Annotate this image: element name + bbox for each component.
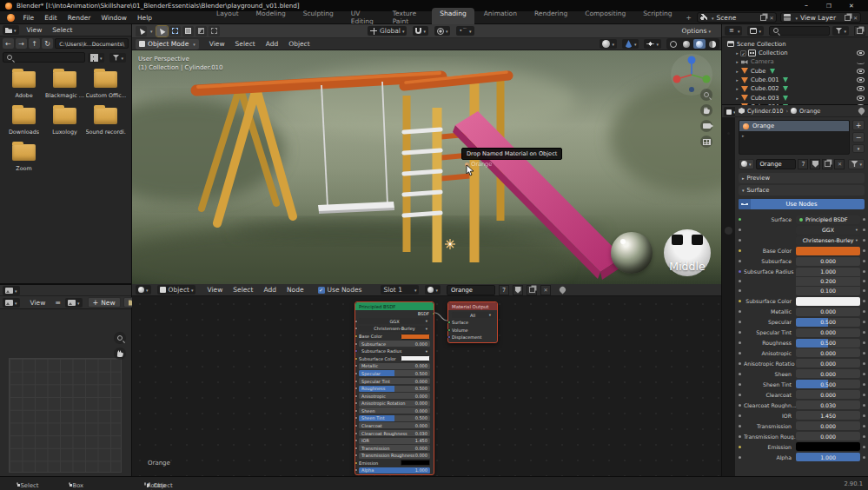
use-nodes-button[interactable]: Use Nodes bbox=[739, 199, 865, 209]
unlink-scene-icon[interactable] bbox=[769, 14, 773, 22]
wireframe-shading-button[interactable] bbox=[667, 39, 679, 49]
camera-view-icon[interactable] bbox=[700, 120, 712, 132]
pin-icon[interactable] bbox=[559, 286, 567, 295]
animate-dot-icon[interactable] bbox=[863, 300, 865, 302]
menu-item[interactable]: Window bbox=[96, 14, 132, 22]
property-field[interactable]: 0.000 bbox=[796, 390, 860, 399]
proportional-editing-dropdown[interactable] bbox=[434, 26, 451, 36]
property-field[interactable]: 0.500 bbox=[796, 380, 860, 388]
viewport-canvas[interactable]: User Perspective (1) Collection | Cylind… bbox=[132, 50, 723, 284]
input-socket-icon[interactable] bbox=[354, 409, 358, 413]
node-input-row[interactable]: Volume bbox=[452, 327, 494, 333]
folder-item[interactable]: Adobe bbox=[3, 71, 44, 99]
editor-type-button[interactable] bbox=[3, 286, 20, 295]
property-field[interactable]: Christensen-Burley bbox=[796, 236, 860, 245]
property-field[interactable]: 0.000 bbox=[796, 359, 860, 368]
property-field[interactable]: 1.000 bbox=[796, 268, 860, 276]
input-socket-icon[interactable] bbox=[354, 334, 358, 338]
expand-caret-icon[interactable]: ▸ bbox=[734, 69, 740, 74]
folder-item[interactable]: Blackmagic ... bbox=[44, 71, 85, 99]
material-property-row[interactable]: Emission bbox=[735, 442, 866, 452]
menu-icon[interactable]: ≡ bbox=[53, 299, 63, 307]
input-socket-icon[interactable] bbox=[354, 387, 358, 390]
input-socket-icon[interactable] bbox=[354, 461, 358, 465]
node-input-row[interactable]: Metallic 0.000 bbox=[359, 363, 430, 369]
new-image-button[interactable]: New bbox=[88, 297, 121, 308]
property-field[interactable]: 1.450 bbox=[796, 411, 860, 420]
property-field[interactable]: 0.000 bbox=[796, 328, 860, 337]
property-field[interactable]: 0.000 bbox=[796, 369, 860, 378]
material-property-row[interactable]: 0.100 bbox=[735, 286, 866, 295]
outliner-search-input[interactable] bbox=[769, 26, 831, 36]
node-input-row[interactable]: Anisotropic 0.000 bbox=[359, 393, 430, 399]
outliner-item[interactable]: ▸ Cube bbox=[722, 67, 868, 76]
property-field[interactable]: GGX bbox=[796, 226, 860, 235]
node-canvas[interactable]: Principled BSDF BSDF GGX bbox=[132, 296, 723, 476]
mode-dropdown[interactable]: Object Mode bbox=[136, 39, 199, 50]
shader-menu[interactable]: Node bbox=[282, 286, 309, 294]
node-input-row[interactable]: Emission bbox=[359, 460, 430, 466]
fake-user-button[interactable] bbox=[810, 159, 820, 169]
animate-dot-icon[interactable] bbox=[863, 394, 865, 396]
eye-icon[interactable] bbox=[857, 50, 865, 56]
menu-item[interactable]: File bbox=[18, 14, 40, 22]
users-count-chip[interactable]: 7 bbox=[798, 159, 808, 169]
display-mode-dropdown[interactable] bbox=[747, 26, 764, 36]
bsdf-output-socket[interactable]: BSDF bbox=[355, 310, 434, 317]
node-input-row[interactable]: Roughness 0.500 bbox=[359, 385, 430, 391]
outliner-item[interactable]: ▸ Collection bbox=[722, 49, 868, 57]
node-input-row[interactable]: Base Color bbox=[359, 333, 430, 339]
input-socket-icon[interactable] bbox=[354, 349, 358, 353]
node-input-row[interactable]: Transmission 0.000 bbox=[359, 445, 430, 451]
input-socket-icon[interactable] bbox=[354, 416, 358, 420]
expand-caret-icon[interactable]: ▸ bbox=[734, 96, 740, 101]
properties-tab[interactable] bbox=[726, 157, 732, 164]
menu-item[interactable]: Render bbox=[63, 14, 96, 22]
input-socket-icon[interactable] bbox=[354, 439, 358, 442]
users-count-chip[interactable]: 7 bbox=[499, 285, 509, 295]
pan-icon[interactable] bbox=[700, 104, 712, 116]
color-swatch[interactable] bbox=[401, 460, 430, 466]
material-property-row[interactable]: Roughness 0.500 bbox=[735, 338, 866, 348]
material-property-row[interactable]: Metallic 0.000 bbox=[735, 307, 866, 316]
property-field[interactable]: 1.000 bbox=[796, 453, 860, 461]
back-button[interactable]: ← bbox=[3, 38, 14, 49]
input-socket-icon[interactable] bbox=[354, 394, 358, 398]
breadcrumb-object[interactable]: Cylinder.010 bbox=[747, 108, 783, 115]
color-swatch[interactable] bbox=[796, 247, 860, 255]
animate-dot-icon[interactable] bbox=[863, 310, 865, 313]
input-socket-icon[interactable] bbox=[447, 328, 451, 332]
unlink-material-button[interactable] bbox=[540, 285, 551, 295]
outliner-item[interactable]: ▸ Cube.001 bbox=[722, 76, 868, 84]
transform-orientation-dropdown[interactable]: Global bbox=[368, 26, 407, 36]
display-mode-button[interactable] bbox=[88, 53, 105, 63]
pivot-point-dropdown[interactable] bbox=[600, 39, 617, 49]
editor-type-button[interactable]: ≡ bbox=[725, 26, 742, 36]
color-swatch[interactable] bbox=[401, 334, 430, 340]
animate-dot-icon[interactable] bbox=[863, 373, 865, 375]
material-output-node[interactable]: Material Output All Surface Volume bbox=[447, 301, 498, 343]
node-input-row[interactable]: GGX bbox=[359, 318, 430, 324]
animate-dot-icon[interactable] bbox=[863, 321, 865, 323]
select-box-tool-button[interactable] bbox=[169, 26, 181, 36]
blender-menu-icon[interactable] bbox=[7, 14, 15, 22]
material-property-row[interactable]: Alpha 1.000 bbox=[735, 453, 866, 462]
node-input-row[interactable]: Normal bbox=[359, 474, 430, 475]
add-slot-button[interactable]: + bbox=[852, 120, 865, 130]
color-swatch[interactable] bbox=[401, 355, 430, 361]
up-button[interactable]: ↑ bbox=[29, 38, 40, 49]
forward-button[interactable]: → bbox=[16, 38, 27, 49]
new-collection-button[interactable] bbox=[854, 26, 865, 36]
properties-tab[interactable] bbox=[725, 195, 732, 202]
shader-menu[interactable]: Add bbox=[258, 286, 282, 294]
material-property-row[interactable]: Christensen-Burley bbox=[735, 235, 866, 245]
extra-tool-settings[interactable]: •⌒ bbox=[456, 26, 474, 36]
input-socket-icon[interactable] bbox=[447, 321, 451, 324]
animate-dot-icon[interactable] bbox=[863, 218, 865, 221]
material-property-row[interactable]: Clearcoat Roughn... 0.030 bbox=[735, 401, 866, 410]
folder-item[interactable]: Zoom bbox=[3, 144, 44, 172]
node-input-row[interactable]: Sheen 0.000 bbox=[359, 407, 430, 414]
material-property-row[interactable]: Sheen 0.000 bbox=[735, 369, 866, 379]
folder-item[interactable]: Custom Offic... bbox=[85, 71, 126, 99]
new-material-button[interactable] bbox=[527, 285, 537, 295]
